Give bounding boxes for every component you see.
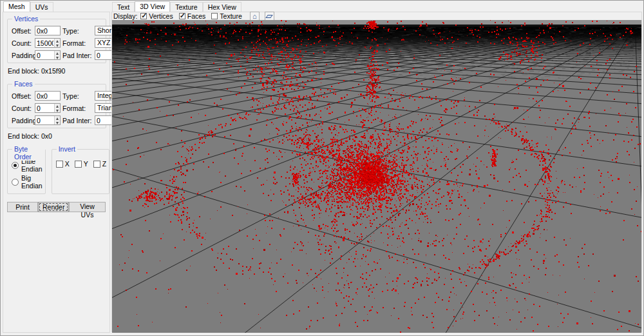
tab-uvs[interactable]: UVs [30, 2, 53, 12]
faces-offset-input[interactable] [35, 91, 61, 101]
vertices-format-value: XYZ [97, 39, 110, 46]
display-vertices-label: Vertices [149, 12, 173, 20]
faces-end-block: End block: 0x0 [8, 132, 106, 140]
display-texture-option[interactable]: Texture [211, 12, 242, 20]
vertices-pad-inter-label: Pad Inter: [62, 52, 93, 59]
vertices-offset-input[interactable] [35, 26, 61, 35]
big-endian-option[interactable]: Big Endian [12, 174, 43, 190]
left-tabstrip: Mesh UVs [3, 2, 110, 12]
invert-z-option[interactable]: Z [93, 160, 106, 168]
tab-texture[interactable]: Texture [170, 2, 202, 12]
invert-x-label: X [65, 160, 70, 168]
display-texture-label: Texture [220, 12, 242, 20]
vertices-group: Vertices Offset: Type: Short_sig Count: … [7, 19, 106, 63]
display-texture-checkbox[interactable] [211, 13, 218, 19]
reset-view-button[interactable]: ⌂ [250, 12, 260, 21]
little-endian-radio[interactable] [12, 162, 19, 169]
main-panel: Text 3D View Texture Hex View Display: V… [111, 2, 642, 332]
vertices-padding-label: Padding: [12, 52, 33, 59]
display-label: Display: [113, 12, 137, 20]
invert-y-label: Y [84, 160, 88, 168]
vertices-format-label: Format: [62, 39, 93, 47]
faces-format-label: Format: [62, 104, 93, 112]
invert-z-label: Z [102, 160, 106, 168]
vertices-end-block: End block: 0x15f90 [8, 67, 106, 75]
invert-y-option[interactable]: Y [75, 160, 88, 168]
faces-padding-spinner[interactable] [54, 116, 60, 124]
view-uvs-button[interactable]: View UVs [69, 202, 106, 212]
display-vertices-option[interactable]: Vertices [140, 12, 173, 20]
vertices-type-label: Type: [62, 27, 93, 35]
3d-viewport-canvas[interactable] [112, 20, 641, 333]
tab-mesh[interactable]: Mesh [3, 1, 30, 12]
mesh-tab-page: Vertices Offset: Type: Short_sig Count: … [3, 12, 110, 333]
faces-group-title: Faces [12, 80, 35, 88]
display-faces-checkbox[interactable] [179, 13, 185, 19]
invert-group: Invert X Y Z [52, 149, 109, 194]
print-button[interactable]: Print [7, 202, 38, 212]
big-endian-label: Big Endian [21, 174, 43, 190]
render-button[interactable]: Render [38, 202, 69, 212]
display-faces-label: Faces [187, 12, 206, 20]
vertices-group-title: Vertices [12, 15, 40, 23]
vertices-offset-label: Offset: [12, 27, 33, 35]
tab-text[interactable]: Text [112, 2, 135, 12]
vertices-padding-spinner[interactable] [54, 51, 60, 59]
faces-group: Faces Offset: Type: Integer Count: Forma… [7, 84, 106, 128]
mesh-viewer-window: Mesh UVs Vertices Offset: Type: Short_si… [0, 0, 644, 336]
faces-count-spinner[interactable] [54, 104, 60, 112]
byte-order-group: Byte Order Little Endian Big Endian [7, 149, 46, 194]
faces-count-label: Count: [12, 104, 33, 112]
main-tabstrip: Text 3D View Texture Hex View [111, 2, 642, 12]
faces-padding-label: Padding: [12, 117, 33, 124]
display-faces-option[interactable]: Faces [179, 12, 206, 20]
faces-type-label: Type: [62, 92, 93, 100]
left-panel: Mesh UVs Vertices Offset: Type: Short_si… [3, 2, 110, 333]
invert-y-checkbox[interactable] [75, 161, 82, 168]
vertices-count-label: Count: [12, 39, 33, 47]
invert-group-title: Invert [57, 145, 77, 153]
invert-z-checkbox[interactable] [93, 161, 100, 168]
display-vertices-checkbox[interactable] [140, 13, 147, 19]
tab-3d-view[interactable]: 3D View [135, 1, 170, 12]
byte-order-group-title: Byte Order [12, 145, 45, 161]
faces-pad-inter-label: Pad Inter: [62, 117, 93, 124]
tab-hex-view[interactable]: Hex View [203, 2, 242, 12]
big-endian-radio[interactable] [12, 179, 19, 186]
vertices-count-spinner[interactable] [54, 39, 60, 47]
3d-view-page: Display: Vertices Faces Texture ⌂ [111, 12, 642, 332]
home-icon: ⌂ [252, 13, 257, 19]
invert-x-checkbox[interactable] [56, 161, 63, 168]
faces-offset-label: Offset: [12, 92, 33, 100]
ground-plane-button[interactable] [265, 12, 274, 21]
display-toolbar: Display: Vertices Faces Texture ⌂ [113, 12, 641, 20]
plane-icon [265, 15, 273, 18]
invert-x-option[interactable]: X [56, 160, 70, 168]
